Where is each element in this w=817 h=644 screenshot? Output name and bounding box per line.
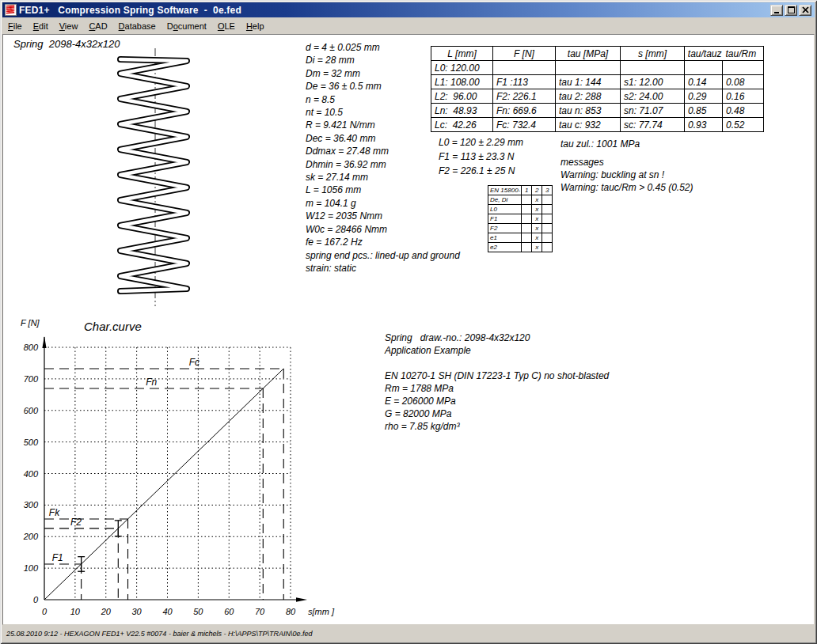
menu-view[interactable]: View [54, 19, 84, 32]
en-table-row: e2x [488, 243, 553, 252]
info-line: EN 10270-1 SH (DIN 17223-1 Typ C) no sho… [385, 369, 609, 382]
table-cell: tau 2: 288 [556, 89, 621, 104]
spring-drawing [114, 48, 196, 306]
close-button[interactable] [799, 5, 811, 16]
table-cell: L1: 108.00 [431, 75, 493, 89]
en-mark-cell: x [532, 233, 542, 243]
info-line: Rm = 1788 MPa [385, 382, 609, 395]
svg-text:Fc: Fc [189, 357, 200, 368]
en-grade-header: 2 [532, 186, 542, 195]
svg-text:600: 600 [24, 406, 39, 415]
en-row-label: De, Di [488, 195, 522, 205]
info-line: G = 82000 MPa [385, 407, 609, 420]
table-row: L1: 108.00F1 :113tau 1: 144s1: 12.000.14… [431, 75, 764, 89]
table-cell: sn: 71.07 [621, 104, 685, 118]
en-mark-cell: x [532, 205, 542, 214]
maximize-button[interactable] [785, 5, 797, 16]
table-cell: Ln: 48.93 [431, 104, 493, 118]
table-cell [493, 61, 556, 75]
menu-help[interactable]: Help [241, 19, 270, 32]
parameter-line: m = 104.1 g [306, 197, 460, 210]
table-cell [621, 61, 685, 75]
en-mark-cell: x [532, 195, 542, 205]
message-line: Warning: buckling at sn ! [560, 169, 694, 181]
en-mark-cell: x [532, 243, 542, 252]
svg-text:200: 200 [23, 532, 39, 541]
menu-ole[interactable]: OLE [212, 19, 241, 32]
en-mark-cell [522, 224, 532, 233]
table-cell [556, 61, 621, 75]
menu-database[interactable]: Database [113, 19, 162, 32]
info-line [385, 357, 609, 369]
en-row-label: F2 [488, 224, 522, 233]
parameter-line: W0c = 28466 Nmm [306, 223, 460, 236]
table-cell [685, 61, 723, 75]
minimize-button[interactable] [770, 5, 783, 16]
app-icon [5, 4, 17, 16]
parameter-line: Ddmax = 27.48 mm [306, 145, 460, 157]
menu-document[interactable]: Document [162, 19, 212, 32]
en-mark-cell [542, 243, 553, 252]
table-cell: 0.08 [723, 75, 764, 89]
svg-text:60: 60 [224, 607, 234, 616]
en-mark-cell [542, 224, 553, 233]
maximize-icon [788, 6, 795, 13]
en-table-row: L0x [488, 205, 553, 214]
info-line: E = 206000 MPa [385, 395, 609, 407]
table-row: Ln: 48.93Fn: 669.6tau n: 853sn: 71.070.8… [431, 104, 764, 118]
message-line: Warning: tauc/Rm > 0.45 (0.52) [560, 181, 694, 194]
en-row-label: e2 [488, 243, 522, 252]
parameter-line: sk = 27.14 mm [306, 171, 460, 184]
en-table-row: F1x [488, 214, 553, 224]
messages-block: messagesWarning: buckling at sn !Warning… [560, 156, 694, 194]
en-table-title: EN 15800- [488, 186, 522, 195]
table-cell: 0.16 [723, 89, 764, 104]
svg-text:40: 40 [162, 607, 173, 616]
svg-text:0: 0 [42, 607, 48, 616]
menu-cad[interactable]: CAD [83, 19, 112, 32]
info-line: Application Example [385, 344, 609, 357]
en-mark-cell: x [532, 224, 542, 233]
en-mark-cell [542, 214, 553, 224]
en-mark-cell [542, 205, 553, 214]
application-window: { "window": { "title": "FED1+ Compressio… [0, 0, 817, 644]
svg-text:0: 0 [33, 595, 39, 604]
table-cell: 0.85 [685, 104, 723, 118]
tau-zul-value: tau zul.: 1001 MPa [560, 138, 640, 150]
en-grade-header: 3 [542, 186, 553, 195]
svg-text:s[mm ]: s[mm ] [308, 607, 335, 616]
table-cell: 0.48 [723, 104, 764, 118]
column-header: tau [MPa] [556, 47, 621, 61]
minimize-icon [773, 6, 781, 13]
en-table-row: e1x [488, 233, 553, 243]
svg-text:300: 300 [24, 500, 39, 510]
svg-text:F1: F1 [52, 552, 63, 563]
title-bar[interactable]: FED1+ Compression Spring Software - 0e.f… [2, 2, 815, 17]
svg-text:Char.curve: Char.curve [84, 320, 142, 333]
svg-text:800: 800 [24, 343, 39, 352]
svg-text:Fk: Fk [49, 507, 60, 518]
table-cell: Lc: 42.26 [431, 118, 493, 132]
en-mark-cell [522, 233, 532, 243]
parameter-line: strain: static [306, 262, 460, 275]
en-row-label: L0 [488, 205, 522, 214]
message-line: messages [560, 156, 694, 169]
en-mark-cell: x [532, 214, 542, 224]
parameter-line: W12 = 2035 Nmm [306, 210, 460, 222]
column-header: s [mm] [621, 47, 685, 61]
table-cell: L0: 120.00 [431, 61, 493, 75]
menu-edit[interactable]: Edit [28, 19, 54, 32]
table-row: Lc: 42.26Fc: 732.4tau c: 932sc: 77.740.9… [431, 118, 764, 132]
svg-text:20: 20 [101, 607, 112, 616]
svg-text:400: 400 [24, 469, 39, 479]
parameter-line: spring end pcs.: lined-up and ground [306, 249, 460, 262]
table-cell: F2: 226.1 [493, 89, 556, 104]
table-row: L0: 120.00 [431, 61, 764, 75]
tolerance-values: L0 = 120 ± 2.29 mmF1 = 113 ± 23.3 NF2 = … [439, 135, 523, 178]
document-canvas: Spring 2098-4x32x120 d = 4 ± 0.025 mmDi … [2, 34, 815, 625]
en-table-row: F2x [488, 224, 553, 233]
svg-text:Fn: Fn [146, 377, 157, 388]
menu-file[interactable]: File [2, 19, 28, 32]
en-mark-cell [522, 195, 532, 205]
table-cell: Fc: 732.4 [493, 118, 556, 132]
